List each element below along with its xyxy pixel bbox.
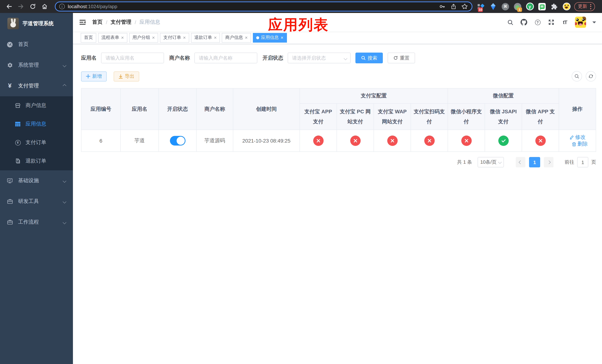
extension-badge: 10 [478, 7, 483, 12]
extension-blocks-icon[interactable]: 10 [477, 2, 485, 11]
delete-button[interactable]: 删除 [571, 141, 588, 147]
gear-icon [7, 62, 13, 68]
yen-icon: ¥ [7, 83, 13, 89]
cell-status [159, 130, 196, 152]
table-toolbar: 新增 导出 [81, 71, 596, 81]
col-app-id: 应用编号 [81, 88, 120, 130]
sidebar-item-label: 商户信息 [26, 102, 46, 109]
sidebar-item-pay-order[interactable]: ¥ 支付订单 [0, 133, 73, 152]
extensions-puzzle-icon[interactable] [550, 2, 558, 11]
back-icon[interactable] [4, 2, 13, 11]
page-annotation: 应用列表 [268, 15, 329, 35]
share-icon[interactable] [451, 3, 456, 10]
col-app-name: 应用名 [120, 88, 159, 130]
goto-page-input[interactable] [577, 157, 588, 167]
breadcrumb-separator: / [135, 19, 136, 25]
breadcrumb-home[interactable]: 首页 [92, 19, 103, 26]
sidebar-item-merchant-info[interactable]: 商户信息 [0, 96, 73, 115]
close-circle-icon [387, 136, 398, 146]
sidebar-group-workflow[interactable]: 工作流程 [0, 212, 73, 233]
trash-icon [571, 142, 576, 146]
tab-pay-order[interactable]: 支付订单× [160, 33, 189, 43]
chevron-down-icon [63, 64, 66, 67]
sidebar-group-system[interactable]: 系统管理 [0, 55, 73, 75]
goto-label: 前往 [565, 159, 574, 166]
chevron-down-icon [63, 221, 66, 224]
extension-chat-icon[interactable] [538, 2, 546, 11]
sidebar-item-app-info[interactable]: 应用信息 [0, 115, 73, 133]
font-size-icon[interactable]: tT [561, 19, 569, 26]
extension-emoji-icon[interactable] [562, 2, 570, 11]
avatar[interactable] [575, 17, 586, 28]
app-name-label: 应用名 [81, 55, 97, 61]
bookmark-star-icon[interactable] [462, 3, 468, 10]
tab-home[interactable]: 首页 [81, 33, 96, 43]
reload-icon[interactable] [28, 2, 37, 11]
sidebar-group-payment[interactable]: ¥ 支付管理 [0, 75, 73, 96]
extension-recorder-icon[interactable]: 1 [514, 2, 522, 11]
close-icon[interactable]: × [121, 35, 124, 40]
help-icon[interactable]: ? [534, 19, 541, 26]
forward-icon[interactable] [16, 2, 25, 11]
merchant-name-input[interactable] [194, 53, 257, 63]
monitor-icon [7, 178, 13, 184]
browser-menu-icon[interactable] [590, 4, 591, 9]
close-icon[interactable]: × [245, 35, 248, 40]
sidebar-group-devtools[interactable]: 研发工具 [0, 191, 73, 212]
fullscreen-icon[interactable] [548, 19, 555, 26]
cell-wechat-jsapi [485, 130, 522, 152]
tab-merchant-info[interactable]: 商户信息× [222, 33, 251, 43]
export-button[interactable]: 导出 [114, 71, 139, 81]
grid-icon [15, 121, 21, 127]
close-icon[interactable]: × [214, 35, 217, 40]
sidebar-item-label: 退款订单 [26, 158, 46, 164]
home-icon[interactable] [40, 2, 49, 11]
refresh-icon [393, 55, 398, 60]
app-name-input[interactable] [101, 53, 164, 63]
sidebar-item-home[interactable]: 首页 [0, 34, 73, 55]
add-button[interactable]: 新增 [81, 71, 107, 81]
status-select[interactable]: 请选择开启状态 [288, 53, 351, 63]
github-icon[interactable] [520, 19, 527, 26]
col-wechat-lite: 微信小程序支付 [448, 104, 485, 130]
next-page-button[interactable] [544, 157, 553, 167]
col-created: 创建时间 [233, 88, 300, 130]
cell-app-name: 芋道 [120, 130, 159, 152]
col-status: 开启状态 [159, 88, 196, 130]
site-info-icon[interactable]: i [59, 4, 65, 9]
address-bar[interactable]: i localhost:1024/pay/app [55, 1, 473, 11]
breadcrumb-payment[interactable]: 支付管理 [111, 19, 131, 26]
avatar-caret-icon[interactable] [592, 21, 596, 25]
extension-y-icon[interactable]: y [526, 2, 534, 11]
current-page[interactable]: 1 [529, 157, 540, 167]
extension-kite-icon[interactable] [489, 2, 497, 11]
search-button[interactable]: 搜索 [355, 53, 383, 63]
reset-button[interactable]: 重置 [388, 53, 415, 63]
page-size-select[interactable]: 10条/页 [478, 157, 504, 167]
extension-command-icon[interactable]: ⌘ [501, 2, 509, 11]
tab-refund-order[interactable]: 退款订单× [191, 33, 220, 43]
page-unit-label: 页 [591, 159, 596, 166]
password-key-icon[interactable] [439, 3, 445, 10]
tab-user-group[interactable]: 用户分组× [129, 33, 158, 43]
close-icon[interactable]: × [281, 35, 283, 40]
close-icon[interactable]: × [183, 35, 186, 40]
sidebar-group-infra[interactable]: 基础设施 [0, 170, 73, 191]
tab-process-form[interactable]: 流程表单× [98, 33, 127, 43]
refresh-table-button[interactable] [586, 71, 596, 81]
browser-update-button[interactable]: 更新 [574, 2, 595, 11]
app-logo[interactable]: 芋道管理系统 [0, 13, 73, 34]
show-search-button[interactable] [572, 71, 582, 81]
filter-form: 应用名 商户名称 开启状态 请选择开启状态 搜索 [81, 53, 596, 63]
status-toggle[interactable] [170, 136, 185, 146]
close-icon[interactable]: × [152, 35, 155, 40]
sidebar-item-refund-order[interactable]: 退款订单 [0, 152, 73, 170]
col-actions: 操作 [559, 88, 596, 130]
sidebar-fold-icon[interactable] [79, 19, 86, 26]
edit-button[interactable]: 修改 [569, 134, 586, 140]
header-search-icon[interactable] [506, 19, 514, 26]
shop-icon [15, 103, 21, 108]
logo-rabbit-image [7, 18, 19, 29]
sidebar-item-label: 基础设施 [18, 177, 39, 184]
prev-page-button[interactable] [516, 157, 525, 167]
